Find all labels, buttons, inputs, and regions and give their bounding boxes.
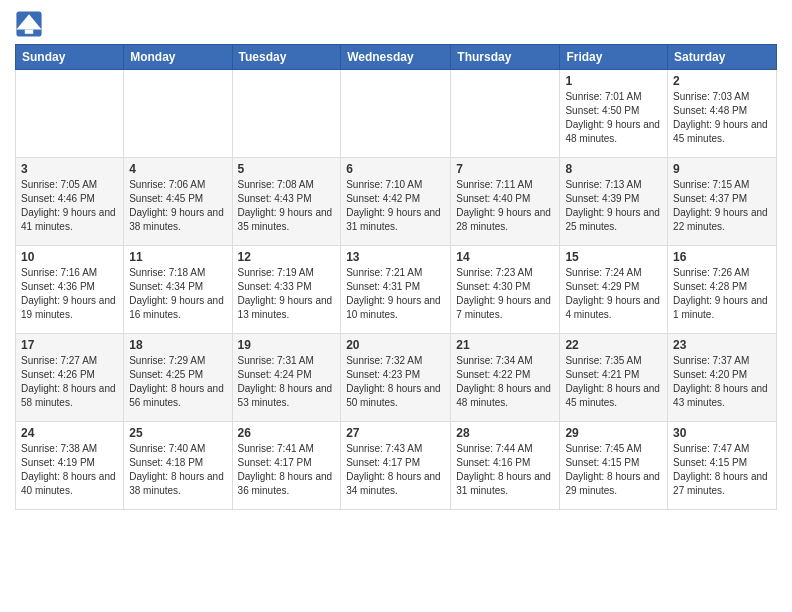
- day-number: 28: [456, 426, 554, 440]
- calendar-cell: [451, 70, 560, 158]
- calendar-cell: 3Sunrise: 7:05 AM Sunset: 4:46 PM Daylig…: [16, 158, 124, 246]
- calendar-cell: 21Sunrise: 7:34 AM Sunset: 4:22 PM Dayli…: [451, 334, 560, 422]
- calendar-cell: [124, 70, 232, 158]
- calendar-week-3: 10Sunrise: 7:16 AM Sunset: 4:36 PM Dayli…: [16, 246, 777, 334]
- day-info: Sunrise: 7:24 AM Sunset: 4:29 PM Dayligh…: [565, 266, 662, 322]
- calendar-week-2: 3Sunrise: 7:05 AM Sunset: 4:46 PM Daylig…: [16, 158, 777, 246]
- day-info: Sunrise: 7:10 AM Sunset: 4:42 PM Dayligh…: [346, 178, 445, 234]
- calendar-cell: 13Sunrise: 7:21 AM Sunset: 4:31 PM Dayli…: [341, 246, 451, 334]
- weekday-header-monday: Monday: [124, 45, 232, 70]
- day-number: 24: [21, 426, 118, 440]
- day-info: Sunrise: 7:11 AM Sunset: 4:40 PM Dayligh…: [456, 178, 554, 234]
- calendar-cell: [16, 70, 124, 158]
- day-info: Sunrise: 7:03 AM Sunset: 4:48 PM Dayligh…: [673, 90, 771, 146]
- weekday-header-tuesday: Tuesday: [232, 45, 341, 70]
- calendar-cell: 2Sunrise: 7:03 AM Sunset: 4:48 PM Daylig…: [668, 70, 777, 158]
- calendar-week-5: 24Sunrise: 7:38 AM Sunset: 4:19 PM Dayli…: [16, 422, 777, 510]
- day-info: Sunrise: 7:45 AM Sunset: 4:15 PM Dayligh…: [565, 442, 662, 498]
- svg-rect-2: [25, 30, 33, 34]
- day-info: Sunrise: 7:01 AM Sunset: 4:50 PM Dayligh…: [565, 90, 662, 146]
- day-info: Sunrise: 7:40 AM Sunset: 4:18 PM Dayligh…: [129, 442, 226, 498]
- calendar-cell: 25Sunrise: 7:40 AM Sunset: 4:18 PM Dayli…: [124, 422, 232, 510]
- day-info: Sunrise: 7:23 AM Sunset: 4:30 PM Dayligh…: [456, 266, 554, 322]
- day-number: 19: [238, 338, 336, 352]
- calendar-week-1: 1Sunrise: 7:01 AM Sunset: 4:50 PM Daylig…: [16, 70, 777, 158]
- weekday-header-friday: Friday: [560, 45, 668, 70]
- weekday-header-sunday: Sunday: [16, 45, 124, 70]
- logo: [15, 10, 47, 38]
- day-number: 25: [129, 426, 226, 440]
- calendar-cell: 19Sunrise: 7:31 AM Sunset: 4:24 PM Dayli…: [232, 334, 341, 422]
- calendar-cell: 26Sunrise: 7:41 AM Sunset: 4:17 PM Dayli…: [232, 422, 341, 510]
- calendar-cell: 7Sunrise: 7:11 AM Sunset: 4:40 PM Daylig…: [451, 158, 560, 246]
- day-number: 14: [456, 250, 554, 264]
- calendar-cell: 27Sunrise: 7:43 AM Sunset: 4:17 PM Dayli…: [341, 422, 451, 510]
- calendar-cell: 14Sunrise: 7:23 AM Sunset: 4:30 PM Dayli…: [451, 246, 560, 334]
- day-number: 16: [673, 250, 771, 264]
- day-info: Sunrise: 7:43 AM Sunset: 4:17 PM Dayligh…: [346, 442, 445, 498]
- day-number: 5: [238, 162, 336, 176]
- calendar-cell: [232, 70, 341, 158]
- calendar-cell: 12Sunrise: 7:19 AM Sunset: 4:33 PM Dayli…: [232, 246, 341, 334]
- logo-icon: [15, 10, 43, 38]
- day-info: Sunrise: 7:06 AM Sunset: 4:45 PM Dayligh…: [129, 178, 226, 234]
- day-number: 2: [673, 74, 771, 88]
- weekday-header-thursday: Thursday: [451, 45, 560, 70]
- calendar-cell: 20Sunrise: 7:32 AM Sunset: 4:23 PM Dayli…: [341, 334, 451, 422]
- day-info: Sunrise: 7:13 AM Sunset: 4:39 PM Dayligh…: [565, 178, 662, 234]
- day-info: Sunrise: 7:21 AM Sunset: 4:31 PM Dayligh…: [346, 266, 445, 322]
- day-number: 11: [129, 250, 226, 264]
- day-number: 23: [673, 338, 771, 352]
- day-info: Sunrise: 7:37 AM Sunset: 4:20 PM Dayligh…: [673, 354, 771, 410]
- calendar-cell: 11Sunrise: 7:18 AM Sunset: 4:34 PM Dayli…: [124, 246, 232, 334]
- calendar-cell: 28Sunrise: 7:44 AM Sunset: 4:16 PM Dayli…: [451, 422, 560, 510]
- weekday-header-saturday: Saturday: [668, 45, 777, 70]
- day-info: Sunrise: 7:34 AM Sunset: 4:22 PM Dayligh…: [456, 354, 554, 410]
- day-info: Sunrise: 7:16 AM Sunset: 4:36 PM Dayligh…: [21, 266, 118, 322]
- day-number: 22: [565, 338, 662, 352]
- calendar-cell: 17Sunrise: 7:27 AM Sunset: 4:26 PM Dayli…: [16, 334, 124, 422]
- weekday-header-wednesday: Wednesday: [341, 45, 451, 70]
- calendar-header-row: SundayMondayTuesdayWednesdayThursdayFrid…: [16, 45, 777, 70]
- day-info: Sunrise: 7:41 AM Sunset: 4:17 PM Dayligh…: [238, 442, 336, 498]
- day-info: Sunrise: 7:38 AM Sunset: 4:19 PM Dayligh…: [21, 442, 118, 498]
- calendar-cell: 5Sunrise: 7:08 AM Sunset: 4:43 PM Daylig…: [232, 158, 341, 246]
- calendar: SundayMondayTuesdayWednesdayThursdayFrid…: [15, 44, 777, 510]
- day-info: Sunrise: 7:05 AM Sunset: 4:46 PM Dayligh…: [21, 178, 118, 234]
- day-info: Sunrise: 7:18 AM Sunset: 4:34 PM Dayligh…: [129, 266, 226, 322]
- calendar-cell: 24Sunrise: 7:38 AM Sunset: 4:19 PM Dayli…: [16, 422, 124, 510]
- day-number: 26: [238, 426, 336, 440]
- day-info: Sunrise: 7:47 AM Sunset: 4:15 PM Dayligh…: [673, 442, 771, 498]
- day-info: Sunrise: 7:31 AM Sunset: 4:24 PM Dayligh…: [238, 354, 336, 410]
- header: [15, 10, 777, 38]
- calendar-cell: [341, 70, 451, 158]
- day-number: 6: [346, 162, 445, 176]
- day-number: 30: [673, 426, 771, 440]
- day-info: Sunrise: 7:15 AM Sunset: 4:37 PM Dayligh…: [673, 178, 771, 234]
- calendar-cell: 6Sunrise: 7:10 AM Sunset: 4:42 PM Daylig…: [341, 158, 451, 246]
- calendar-cell: 29Sunrise: 7:45 AM Sunset: 4:15 PM Dayli…: [560, 422, 668, 510]
- calendar-week-4: 17Sunrise: 7:27 AM Sunset: 4:26 PM Dayli…: [16, 334, 777, 422]
- calendar-cell: 23Sunrise: 7:37 AM Sunset: 4:20 PM Dayli…: [668, 334, 777, 422]
- day-info: Sunrise: 7:32 AM Sunset: 4:23 PM Dayligh…: [346, 354, 445, 410]
- day-number: 21: [456, 338, 554, 352]
- calendar-cell: 16Sunrise: 7:26 AM Sunset: 4:28 PM Dayli…: [668, 246, 777, 334]
- day-number: 18: [129, 338, 226, 352]
- day-info: Sunrise: 7:27 AM Sunset: 4:26 PM Dayligh…: [21, 354, 118, 410]
- calendar-cell: 30Sunrise: 7:47 AM Sunset: 4:15 PM Dayli…: [668, 422, 777, 510]
- day-number: 9: [673, 162, 771, 176]
- calendar-cell: 9Sunrise: 7:15 AM Sunset: 4:37 PM Daylig…: [668, 158, 777, 246]
- calendar-cell: 4Sunrise: 7:06 AM Sunset: 4:45 PM Daylig…: [124, 158, 232, 246]
- day-number: 4: [129, 162, 226, 176]
- day-number: 1: [565, 74, 662, 88]
- day-number: 17: [21, 338, 118, 352]
- page-container: SundayMondayTuesdayWednesdayThursdayFrid…: [0, 0, 792, 520]
- day-number: 3: [21, 162, 118, 176]
- calendar-cell: 22Sunrise: 7:35 AM Sunset: 4:21 PM Dayli…: [560, 334, 668, 422]
- calendar-cell: 1Sunrise: 7:01 AM Sunset: 4:50 PM Daylig…: [560, 70, 668, 158]
- day-number: 8: [565, 162, 662, 176]
- day-info: Sunrise: 7:08 AM Sunset: 4:43 PM Dayligh…: [238, 178, 336, 234]
- day-number: 20: [346, 338, 445, 352]
- day-info: Sunrise: 7:26 AM Sunset: 4:28 PM Dayligh…: [673, 266, 771, 322]
- calendar-cell: 10Sunrise: 7:16 AM Sunset: 4:36 PM Dayli…: [16, 246, 124, 334]
